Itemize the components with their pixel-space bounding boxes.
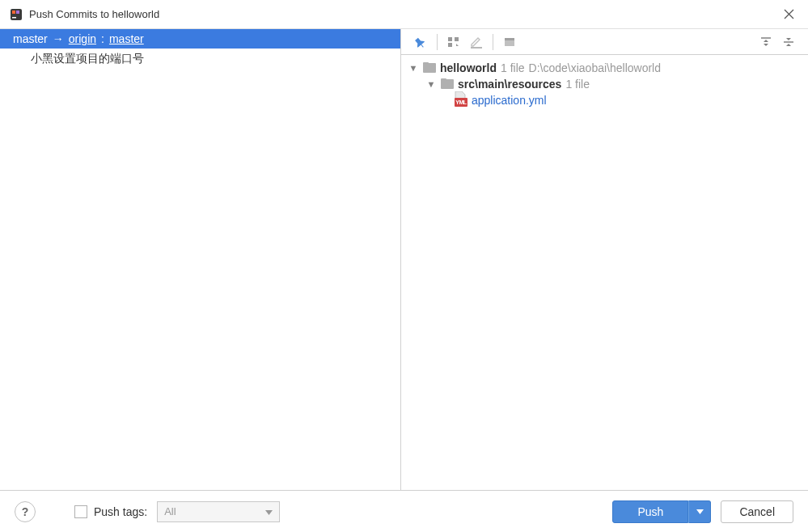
toolbar-divider [493,34,493,50]
commit-item[interactable]: 小黑设置项目的端口号 [0,49,400,70]
intellij-icon [10,8,23,21]
svg-rect-6 [448,37,452,41]
svg-rect-16 [431,67,436,72]
cancel-button[interactable]: Cancel [721,500,793,523]
push-dropdown-button[interactable] [688,500,711,523]
tree-root-path: D:\code\xiaobai\helloworld [529,61,661,74]
remote-link[interactable]: origin [69,32,96,45]
svg-rect-1 [12,11,15,14]
tree-folder-name: src\main\resources [458,78,561,91]
edit-icon[interactable] [465,32,488,53]
svg-rect-7 [455,37,459,41]
group-by-icon[interactable] [442,32,465,53]
remote-branch-link[interactable]: master [109,32,144,45]
yml-file-icon: YML [455,94,467,107]
main-area: master → origin : master 小黑设置项目的端口号 [0,29,808,490]
push-button[interactable]: Push [612,500,688,523]
svg-rect-8 [448,43,452,47]
expand-all-icon[interactable] [755,32,777,53]
svg-rect-2 [16,11,19,14]
tree-root-meta: 1 file [501,61,525,74]
tree-root-row[interactable]: ▼ helloworld 1 file D:\code\xiaobai\hell… [408,60,802,76]
svg-rect-15 [423,62,429,65]
pin-icon[interactable] [409,32,432,53]
changes-panel: ▼ helloworld 1 file D:\code\xiaobai\hell… [401,29,808,490]
tree-folder-meta: 1 file [565,78,590,91]
tree-file-row[interactable]: YML application.yml [408,92,802,108]
close-icon[interactable] [779,5,798,24]
toolbar-divider [437,34,438,50]
tree-folder-row[interactable]: ▼ src\main\resources 1 file [408,76,802,92]
push-tags-checkbox[interactable] [74,505,87,518]
push-tags-option: Push tags: [74,505,147,518]
bottom-bar: ? Push tags: All Push Cancel [0,490,808,532]
svg-rect-3 [12,17,16,19]
expand-arrow-icon[interactable]: ▼ [425,79,437,89]
colon-separator: : [101,32,104,45]
svg-rect-11 [505,38,514,40]
tree-file-name: application.yml [472,94,547,107]
branch-mapping-row[interactable]: master → origin : master [0,29,400,49]
file-tree: ▼ helloworld 1 file D:\code\xiaobai\hell… [401,55,808,490]
commit-message: 小黑设置项目的端口号 [31,52,144,65]
local-branch-label: master [13,32,48,45]
dialog-title: Push Commits to helloworld [29,8,779,20]
chevron-down-icon [265,505,273,517]
tree-root-name: helloworld [440,61,497,74]
push-button-group: Push [612,500,711,523]
changes-toolbar [401,29,808,55]
help-button[interactable]: ? [15,501,36,522]
preview-diff-icon[interactable] [498,32,521,53]
commits-panel: master → origin : master 小黑设置项目的端口号 [0,29,401,490]
push-tags-combo-value: All [164,505,176,517]
module-folder-icon [423,61,436,74]
push-tags-combo[interactable]: All [157,501,280,522]
svg-rect-18 [441,78,446,82]
titlebar: Push Commits to helloworld [0,0,808,29]
push-tags-label: Push tags: [94,505,147,518]
arrow-right-icon: → [53,32,64,45]
expand-arrow-icon[interactable]: ▼ [408,63,419,73]
folder-icon [441,78,454,91]
collapse-all-icon[interactable] [777,32,800,53]
